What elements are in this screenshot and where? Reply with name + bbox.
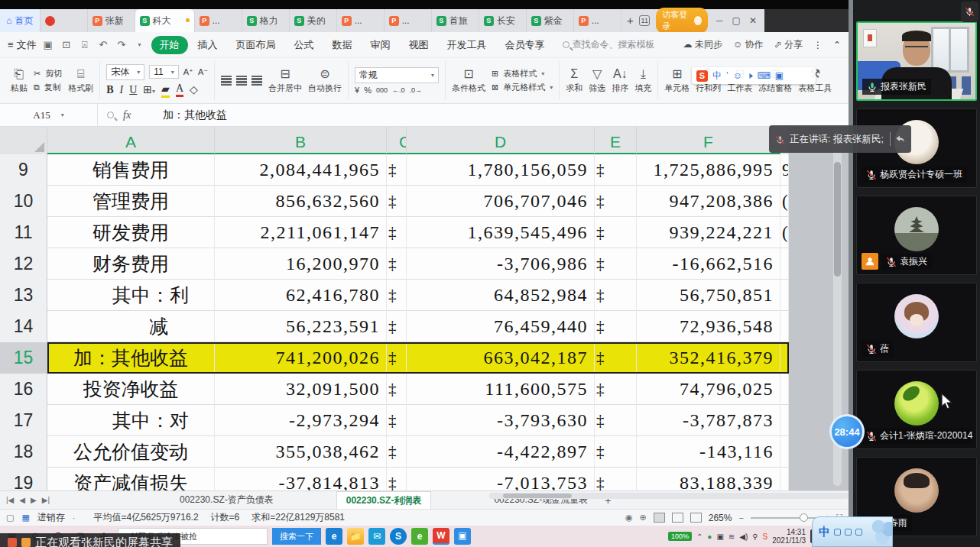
cell-d[interactable]: 64,852,984 (407, 280, 595, 311)
cell-b[interactable]: -2,973,294 (215, 405, 387, 436)
cell-c[interactable]: ‡ (387, 374, 407, 405)
ribbon-tab[interactable]: 数据 (324, 36, 361, 54)
shrink-font-icon[interactable]: A⁻ (198, 67, 208, 77)
camera-tray-icon[interactable]: ▣ (716, 532, 723, 541)
cell-f[interactable]: -143,116 (637, 436, 780, 468)
cell-d[interactable]: -7,013,753 (407, 468, 595, 490)
cells-button[interactable]: ⊞单元格 (664, 67, 690, 94)
cell-f[interactable]: -16,662,516 (637, 248, 780, 280)
cell-c[interactable]: ‡ (387, 280, 407, 311)
participant-tile[interactable]: 袁振兴 (856, 196, 977, 275)
cut-button[interactable]: ✂剪切 (34, 68, 62, 79)
cell-c[interactable]: ‡ (387, 311, 407, 342)
cell-c[interactable]: ‡ (387, 186, 407, 217)
next-sheet-icon[interactable]: ▶ (31, 496, 37, 504)
inventory-mode-label[interactable]: 进销存 (37, 511, 65, 524)
conditional-format-button[interactable]: ⊡ 条件格式 (452, 67, 485, 94)
cell-d[interactable]: 111,600,575 (407, 374, 595, 405)
row-header[interactable]: 19 (0, 468, 47, 490)
cell-f[interactable]: 72,936,548 (637, 311, 780, 342)
meeting-timer[interactable]: 28:44 (829, 414, 865, 449)
share-button[interactable]: ⬀ 分享 (774, 38, 803, 51)
macro-icon[interactable]: ▢ (6, 513, 14, 523)
document-tab[interactable]: S 美的 (290, 9, 337, 32)
column-header-f[interactable]: F (637, 127, 780, 154)
cell-c[interactable]: ‡ (387, 468, 407, 490)
web-search-button[interactable]: 搜索一下 (272, 528, 321, 545)
sum-button[interactable]: Σ求和 (566, 67, 582, 94)
cell-label[interactable]: 减 (47, 311, 215, 342)
document-tab[interactable]: P ... (337, 9, 385, 32)
row-header[interactable]: 10 (0, 186, 47, 217)
cell-g[interactable] (780, 342, 789, 374)
collab-button[interactable]: ☺ 协作 (733, 38, 764, 51)
file-explorer-icon[interactable]: 📁 (347, 528, 364, 545)
clear-format-icon[interactable]: ◇ (190, 83, 198, 96)
cell-f[interactable]: 947,208,386 (637, 186, 780, 217)
zoom-level[interactable]: 265% (709, 513, 732, 523)
cell-c[interactable]: ‡ (387, 436, 407, 468)
cell-f[interactable]: 56,750,851 (637, 280, 780, 311)
row-header[interactable]: 11 (0, 217, 47, 248)
cell-e[interactable]: ‡ (595, 311, 637, 342)
row-header[interactable]: 9 (0, 154, 47, 186)
cell-d[interactable]: 706,707,046 (407, 186, 595, 217)
cell-g[interactable] (780, 311, 789, 342)
zoom-out-icon[interactable]: − (738, 513, 743, 523)
cell-b[interactable]: -37,814,813 (215, 468, 387, 490)
thousands-icon[interactable]: 000 (376, 86, 388, 94)
document-tab[interactable]: P ... (195, 9, 242, 32)
participant-tile[interactable]: 报表张新民 (856, 21, 977, 101)
cell-b[interactable]: 741,200,026 (215, 342, 387, 374)
usb-tray-icon[interactable]: ⚲ (752, 532, 758, 541)
mail-icon[interactable]: ✉ (368, 528, 385, 545)
currency-icon[interactable]: ¥ (355, 86, 359, 95)
cell-e[interactable]: ‡ (595, 436, 637, 468)
cell-e[interactable]: ‡ (595, 374, 637, 405)
ribbon-tab[interactable]: 公式 (286, 36, 323, 54)
align-right-icon[interactable] (251, 78, 262, 79)
cell-f[interactable]: 352,416,379 (637, 342, 780, 374)
cell-f[interactable]: -3,787,873 (637, 405, 780, 436)
font-color-icon[interactable]: A (176, 83, 183, 97)
cell-d[interactable]: 1,639,545,496 (407, 217, 595, 248)
cell-e[interactable]: ‡ (595, 405, 637, 436)
fill-color-icon[interactable]: ▰ (161, 83, 170, 98)
vertical-scrollbar-thumb[interactable] (834, 162, 841, 277)
cell-d[interactable]: 663,042,187 (407, 342, 595, 374)
collapse-ribbon-icon[interactable]: ⌃ (833, 40, 841, 50)
cell-e[interactable]: ‡ (595, 342, 637, 374)
cell-c[interactable]: ‡ (387, 405, 407, 436)
cell-label[interactable]: 研发费用 (47, 217, 215, 248)
cell-label[interactable]: 投资净收益 (47, 374, 215, 405)
wps-icon[interactable]: W (433, 528, 449, 545)
ribbon-tab[interactable]: 视图 (401, 36, 437, 54)
cell-label[interactable]: 其中：对 (47, 405, 215, 436)
cell-c[interactable]: ‡ (387, 248, 407, 280)
cell-b[interactable]: 32,091,500 (215, 374, 387, 405)
meeting-app-icon[interactable]: ▣ (454, 528, 471, 545)
align-center-icon[interactable] (236, 78, 247, 79)
ribbon-tab[interactable]: 审阅 (362, 36, 399, 54)
cell-e[interactable]: ‡ (595, 280, 637, 311)
row-header[interactable]: 12 (0, 248, 47, 280)
participant-tile[interactable]: 蓓 (856, 283, 977, 362)
cell-c[interactable]: ‡ (387, 154, 407, 186)
cell-g[interactable] (780, 374, 789, 405)
increase-decimal-icon[interactable]: ←.0 (392, 86, 405, 94)
borders-icon[interactable]: ⊞▾ (143, 83, 155, 96)
cell-label[interactable]: 加：其他收益 (47, 342, 215, 374)
column-header-c[interactable]: C (387, 127, 407, 154)
cell-b[interactable]: 16,200,970 (215, 248, 387, 280)
inventory-mode-icon[interactable]: ▦ (21, 513, 29, 523)
undo-icon[interactable]: ↶ (96, 39, 110, 50)
battery-indicator[interactable]: 100% (668, 532, 692, 541)
cell-d[interactable]: 76,459,440 (407, 311, 595, 342)
cell-label[interactable]: 管理费用 (47, 186, 215, 217)
cell-b[interactable]: 2,084,441,965 (215, 154, 387, 186)
cell-e[interactable]: ‡ (595, 217, 637, 248)
cell-f[interactable]: 1,725,886,995 (637, 154, 780, 186)
cell-b[interactable]: 2,211,061,147 (215, 217, 387, 248)
font-name-select[interactable]: 宋体▾ (106, 64, 144, 80)
wrap-text-button[interactable]: ⊜ 自动换行 (308, 67, 342, 94)
